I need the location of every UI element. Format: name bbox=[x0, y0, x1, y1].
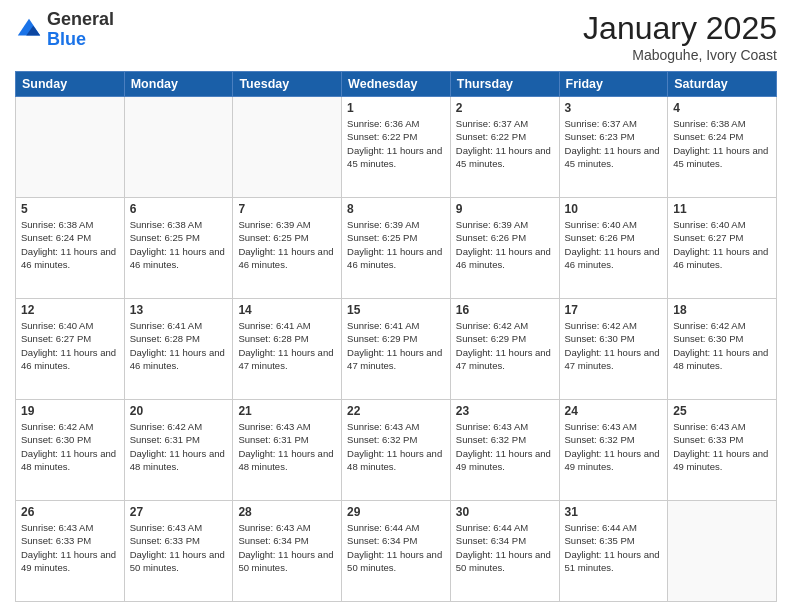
day-info: Sunrise: 6:42 AM Sunset: 6:29 PM Dayligh… bbox=[456, 319, 554, 372]
day-cell: 26Sunrise: 6:43 AM Sunset: 6:33 PM Dayli… bbox=[16, 501, 125, 602]
day-number: 2 bbox=[456, 101, 554, 115]
week-row-1: 5Sunrise: 6:38 AM Sunset: 6:24 PM Daylig… bbox=[16, 198, 777, 299]
day-number: 27 bbox=[130, 505, 228, 519]
day-info: Sunrise: 6:43 AM Sunset: 6:33 PM Dayligh… bbox=[673, 420, 771, 473]
week-row-4: 26Sunrise: 6:43 AM Sunset: 6:33 PM Dayli… bbox=[16, 501, 777, 602]
day-info: Sunrise: 6:43 AM Sunset: 6:33 PM Dayligh… bbox=[21, 521, 119, 574]
day-cell: 24Sunrise: 6:43 AM Sunset: 6:32 PM Dayli… bbox=[559, 400, 668, 501]
day-info: Sunrise: 6:41 AM Sunset: 6:28 PM Dayligh… bbox=[130, 319, 228, 372]
day-number: 15 bbox=[347, 303, 445, 317]
day-info: Sunrise: 6:39 AM Sunset: 6:26 PM Dayligh… bbox=[456, 218, 554, 271]
day-info: Sunrise: 6:37 AM Sunset: 6:23 PM Dayligh… bbox=[565, 117, 663, 170]
day-number: 16 bbox=[456, 303, 554, 317]
header: General Blue January 2025 Maboguhe, Ivor… bbox=[15, 10, 777, 63]
day-number: 12 bbox=[21, 303, 119, 317]
day-number: 22 bbox=[347, 404, 445, 418]
day-info: Sunrise: 6:44 AM Sunset: 6:35 PM Dayligh… bbox=[565, 521, 663, 574]
week-row-2: 12Sunrise: 6:40 AM Sunset: 6:27 PM Dayli… bbox=[16, 299, 777, 400]
day-info: Sunrise: 6:44 AM Sunset: 6:34 PM Dayligh… bbox=[347, 521, 445, 574]
day-number: 18 bbox=[673, 303, 771, 317]
header-day-thursday: Thursday bbox=[450, 72, 559, 97]
logo-icon bbox=[15, 16, 43, 44]
day-cell: 5Sunrise: 6:38 AM Sunset: 6:24 PM Daylig… bbox=[16, 198, 125, 299]
day-number: 10 bbox=[565, 202, 663, 216]
day-number: 26 bbox=[21, 505, 119, 519]
day-info: Sunrise: 6:42 AM Sunset: 6:30 PM Dayligh… bbox=[565, 319, 663, 372]
day-cell: 18Sunrise: 6:42 AM Sunset: 6:30 PM Dayli… bbox=[668, 299, 777, 400]
day-cell: 31Sunrise: 6:44 AM Sunset: 6:35 PM Dayli… bbox=[559, 501, 668, 602]
title-block: January 2025 Maboguhe, Ivory Coast bbox=[583, 10, 777, 63]
day-cell: 2Sunrise: 6:37 AM Sunset: 6:22 PM Daylig… bbox=[450, 97, 559, 198]
day-number: 21 bbox=[238, 404, 336, 418]
day-info: Sunrise: 6:40 AM Sunset: 6:27 PM Dayligh… bbox=[21, 319, 119, 372]
day-cell bbox=[233, 97, 342, 198]
day-cell: 1Sunrise: 6:36 AM Sunset: 6:22 PM Daylig… bbox=[342, 97, 451, 198]
day-number: 3 bbox=[565, 101, 663, 115]
day-number: 1 bbox=[347, 101, 445, 115]
day-cell: 20Sunrise: 6:42 AM Sunset: 6:31 PM Dayli… bbox=[124, 400, 233, 501]
header-day-sunday: Sunday bbox=[16, 72, 125, 97]
day-number: 14 bbox=[238, 303, 336, 317]
day-number: 29 bbox=[347, 505, 445, 519]
day-info: Sunrise: 6:40 AM Sunset: 6:26 PM Dayligh… bbox=[565, 218, 663, 271]
day-cell: 27Sunrise: 6:43 AM Sunset: 6:33 PM Dayli… bbox=[124, 501, 233, 602]
day-info: Sunrise: 6:38 AM Sunset: 6:25 PM Dayligh… bbox=[130, 218, 228, 271]
day-number: 6 bbox=[130, 202, 228, 216]
page: General Blue January 2025 Maboguhe, Ivor… bbox=[0, 0, 792, 612]
header-day-tuesday: Tuesday bbox=[233, 72, 342, 97]
day-info: Sunrise: 6:44 AM Sunset: 6:34 PM Dayligh… bbox=[456, 521, 554, 574]
day-info: Sunrise: 6:40 AM Sunset: 6:27 PM Dayligh… bbox=[673, 218, 771, 271]
day-cell: 30Sunrise: 6:44 AM Sunset: 6:34 PM Dayli… bbox=[450, 501, 559, 602]
logo-general: General bbox=[47, 9, 114, 29]
day-info: Sunrise: 6:39 AM Sunset: 6:25 PM Dayligh… bbox=[347, 218, 445, 271]
day-cell: 21Sunrise: 6:43 AM Sunset: 6:31 PM Dayli… bbox=[233, 400, 342, 501]
day-cell: 28Sunrise: 6:43 AM Sunset: 6:34 PM Dayli… bbox=[233, 501, 342, 602]
day-info: Sunrise: 6:43 AM Sunset: 6:32 PM Dayligh… bbox=[347, 420, 445, 473]
day-number: 23 bbox=[456, 404, 554, 418]
day-cell: 14Sunrise: 6:41 AM Sunset: 6:28 PM Dayli… bbox=[233, 299, 342, 400]
day-number: 24 bbox=[565, 404, 663, 418]
header-day-friday: Friday bbox=[559, 72, 668, 97]
day-info: Sunrise: 6:38 AM Sunset: 6:24 PM Dayligh… bbox=[673, 117, 771, 170]
day-cell: 22Sunrise: 6:43 AM Sunset: 6:32 PM Dayli… bbox=[342, 400, 451, 501]
day-info: Sunrise: 6:43 AM Sunset: 6:31 PM Dayligh… bbox=[238, 420, 336, 473]
day-cell: 29Sunrise: 6:44 AM Sunset: 6:34 PM Dayli… bbox=[342, 501, 451, 602]
day-number: 20 bbox=[130, 404, 228, 418]
day-cell: 4Sunrise: 6:38 AM Sunset: 6:24 PM Daylig… bbox=[668, 97, 777, 198]
day-info: Sunrise: 6:43 AM Sunset: 6:32 PM Dayligh… bbox=[565, 420, 663, 473]
day-info: Sunrise: 6:43 AM Sunset: 6:33 PM Dayligh… bbox=[130, 521, 228, 574]
day-cell: 7Sunrise: 6:39 AM Sunset: 6:25 PM Daylig… bbox=[233, 198, 342, 299]
day-number: 25 bbox=[673, 404, 771, 418]
day-number: 5 bbox=[21, 202, 119, 216]
week-row-3: 19Sunrise: 6:42 AM Sunset: 6:30 PM Dayli… bbox=[16, 400, 777, 501]
logo-text: General Blue bbox=[47, 10, 114, 50]
day-info: Sunrise: 6:42 AM Sunset: 6:30 PM Dayligh… bbox=[673, 319, 771, 372]
day-info: Sunrise: 6:36 AM Sunset: 6:22 PM Dayligh… bbox=[347, 117, 445, 170]
day-info: Sunrise: 6:41 AM Sunset: 6:29 PM Dayligh… bbox=[347, 319, 445, 372]
day-cell: 12Sunrise: 6:40 AM Sunset: 6:27 PM Dayli… bbox=[16, 299, 125, 400]
day-cell: 8Sunrise: 6:39 AM Sunset: 6:25 PM Daylig… bbox=[342, 198, 451, 299]
day-info: Sunrise: 6:43 AM Sunset: 6:34 PM Dayligh… bbox=[238, 521, 336, 574]
day-number: 28 bbox=[238, 505, 336, 519]
day-info: Sunrise: 6:38 AM Sunset: 6:24 PM Dayligh… bbox=[21, 218, 119, 271]
calendar-title: January 2025 bbox=[583, 10, 777, 47]
day-cell: 25Sunrise: 6:43 AM Sunset: 6:33 PM Dayli… bbox=[668, 400, 777, 501]
day-cell: 13Sunrise: 6:41 AM Sunset: 6:28 PM Dayli… bbox=[124, 299, 233, 400]
day-info: Sunrise: 6:41 AM Sunset: 6:28 PM Dayligh… bbox=[238, 319, 336, 372]
day-cell: 11Sunrise: 6:40 AM Sunset: 6:27 PM Dayli… bbox=[668, 198, 777, 299]
day-info: Sunrise: 6:42 AM Sunset: 6:30 PM Dayligh… bbox=[21, 420, 119, 473]
day-cell: 15Sunrise: 6:41 AM Sunset: 6:29 PM Dayli… bbox=[342, 299, 451, 400]
day-cell: 17Sunrise: 6:42 AM Sunset: 6:30 PM Dayli… bbox=[559, 299, 668, 400]
day-number: 19 bbox=[21, 404, 119, 418]
calendar-table: SundayMondayTuesdayWednesdayThursdayFrid… bbox=[15, 71, 777, 602]
day-number: 9 bbox=[456, 202, 554, 216]
day-cell: 6Sunrise: 6:38 AM Sunset: 6:25 PM Daylig… bbox=[124, 198, 233, 299]
day-cell: 16Sunrise: 6:42 AM Sunset: 6:29 PM Dayli… bbox=[450, 299, 559, 400]
day-info: Sunrise: 6:42 AM Sunset: 6:31 PM Dayligh… bbox=[130, 420, 228, 473]
day-cell: 3Sunrise: 6:37 AM Sunset: 6:23 PM Daylig… bbox=[559, 97, 668, 198]
day-info: Sunrise: 6:39 AM Sunset: 6:25 PM Dayligh… bbox=[238, 218, 336, 271]
day-cell bbox=[668, 501, 777, 602]
day-number: 8 bbox=[347, 202, 445, 216]
week-row-0: 1Sunrise: 6:36 AM Sunset: 6:22 PM Daylig… bbox=[16, 97, 777, 198]
day-number: 11 bbox=[673, 202, 771, 216]
